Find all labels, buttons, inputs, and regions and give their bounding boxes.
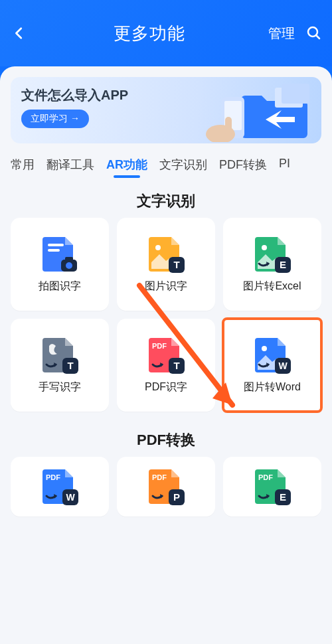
svg-rect-4 <box>282 84 309 104</box>
tile-image-to-word[interactable]: W 图片转Word <box>223 319 321 412</box>
search-button[interactable] <box>304 23 324 43</box>
svg-text:W: W <box>66 492 75 503</box>
svg-rect-12 <box>65 257 73 261</box>
svg-line-2 <box>316 35 319 39</box>
tile-label: 图片转Excel <box>243 280 301 293</box>
tab-more[interactable]: PI <box>278 153 291 179</box>
pdf-excel-icon: PDF E <box>254 468 291 505</box>
search-icon <box>306 25 322 41</box>
tile-label: 拍图识字 <box>39 280 81 293</box>
tile-label: 图片转Word <box>244 380 301 394</box>
section-title-ocr: 文字识别 <box>0 191 332 211</box>
pdf-ppt-icon: PDF P <box>147 468 185 505</box>
svg-text:E: E <box>280 491 286 503</box>
svg-point-16 <box>262 245 267 250</box>
learn-button-label: 立即学习 → <box>31 113 80 125</box>
svg-point-13 <box>66 262 72 269</box>
svg-rect-9 <box>48 244 64 246</box>
svg-text:T: T <box>67 360 73 371</box>
tile-photo-ocr[interactable]: 拍图识字 <box>11 218 109 311</box>
tile-pdf-to-ppt[interactable]: PDF P PDF转PPT <box>117 457 215 517</box>
svg-text:PDF: PDF <box>152 473 167 481</box>
svg-point-21 <box>262 346 267 351</box>
chevron-left-icon <box>12 26 27 40</box>
pdf-t-icon: PDF T <box>147 337 185 374</box>
tile-pdf-to-excel[interactable]: PDF E PDF转Excel <box>223 457 321 517</box>
pdf-word-icon: PDF W <box>41 468 78 505</box>
tile-pdf-ocr[interactable]: PDF T PDF识字 <box>117 319 215 412</box>
tab-ocr[interactable]: 文字识别 <box>158 153 208 179</box>
tile-pdf-to-word[interactable]: PDF W PDF转Word <box>11 457 109 517</box>
tab-ar[interactable]: AR功能 <box>105 153 149 179</box>
svg-rect-8 <box>225 117 232 137</box>
svg-text:P: P <box>173 491 180 503</box>
tab-common[interactable]: 常用 <box>9 153 36 179</box>
back-button[interactable] <box>8 22 31 44</box>
topbar: 更多功能 管理 <box>0 0 332 66</box>
document-camera-icon <box>41 236 78 273</box>
svg-rect-10 <box>48 249 60 252</box>
image-t-icon: T <box>147 236 185 273</box>
import-banner[interactable]: 文件怎么导入APP 立即学习 → <box>11 77 321 143</box>
tile-handwriting-ocr[interactable]: T 手写识字 <box>11 319 109 412</box>
section-pdf-convert: PDF转换 PDF W PDF转Word PDF <box>0 430 332 517</box>
learn-now-button[interactable]: 立即学习 → <box>21 110 89 128</box>
svg-text:T: T <box>173 259 179 270</box>
tile-label: PDF识字 <box>145 380 187 394</box>
svg-text:PDF: PDF <box>152 342 167 350</box>
svg-text:W: W <box>278 361 288 371</box>
tab-pdf[interactable]: PDF转换 <box>218 153 268 179</box>
handwriting-t-icon: T <box>41 337 78 374</box>
image-excel-icon: E <box>254 236 291 273</box>
tile-image-ocr[interactable]: T 图片识字 <box>117 218 215 311</box>
manage-button[interactable]: 管理 <box>268 25 295 42</box>
svg-text:T: T <box>173 360 179 371</box>
content-sheet: 文件怎么导入APP 立即学习 → 常用 翻译工具 AR功能 文字识别 PDF转换… <box>0 66 332 644</box>
image-word-icon: W <box>254 337 291 374</box>
banner-art-icon <box>202 82 315 142</box>
category-tabs: 常用 翻译工具 AR功能 文字识别 PDF转换 PI <box>0 149 332 179</box>
svg-text:PDF: PDF <box>46 473 60 481</box>
section-ocr: 文字识别 拍图识字 <box>0 191 332 412</box>
svg-point-14 <box>155 245 161 250</box>
tile-label: 手写识字 <box>39 380 81 394</box>
svg-text:PDF: PDF <box>258 473 273 481</box>
section-title-pdf: PDF转换 <box>0 430 332 450</box>
svg-text:E: E <box>280 259 286 270</box>
tile-label: 图片识字 <box>145 280 187 293</box>
tab-translate[interactable]: 翻译工具 <box>45 153 96 179</box>
tile-image-to-excel[interactable]: E 图片转Excel <box>223 218 321 311</box>
page-title: 更多功能 <box>31 22 268 45</box>
